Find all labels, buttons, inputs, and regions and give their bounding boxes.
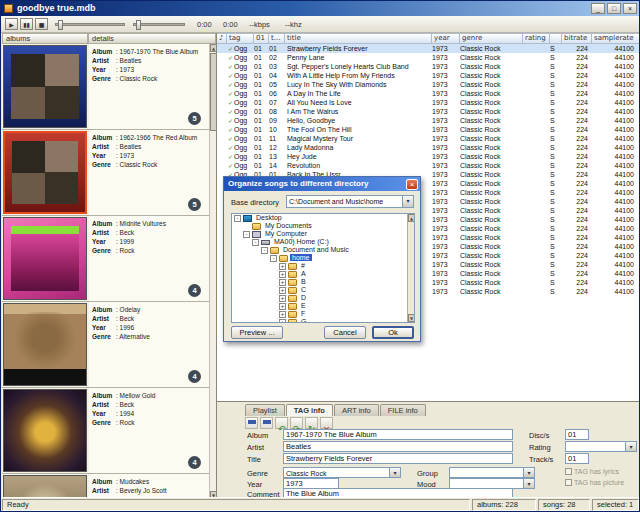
expand-toggle-icon[interactable]: + xyxy=(279,271,286,278)
volume-slider-thumb[interactable] xyxy=(136,20,141,30)
chevron-down-icon[interactable]: ▾ xyxy=(523,468,534,477)
undo-icon[interactable]: ↶ xyxy=(275,417,288,429)
column-header-2[interactable]: 01 xyxy=(254,33,269,44)
minimize-button[interactable]: _ xyxy=(591,3,605,14)
tree-scrollbar[interactable]: ▲ ▼ xyxy=(407,214,414,322)
expand-toggle-icon[interactable]: + xyxy=(279,303,286,310)
tab-playlist[interactable]: Playlist xyxy=(245,404,285,416)
seek-slider[interactable] xyxy=(55,23,125,26)
expand-toggle-icon[interactable]: - xyxy=(252,239,259,246)
album-list-item[interactable]: Album: 1962-1966 The Red AlbumArtist: Be… xyxy=(2,130,209,216)
maximize-button[interactable]: □ xyxy=(607,3,621,14)
table-row[interactable]: ✓Ogg0107All You Need Is Love1973Classic … xyxy=(217,98,640,107)
album-art[interactable] xyxy=(3,217,87,300)
genre-combobox[interactable]: Classic Rock ▾ xyxy=(283,467,401,478)
table-row[interactable]: ✓Ogg0108I Am The Walrus1973Classic RockS… xyxy=(217,107,640,116)
table-row[interactable]: ✓Ogg0114Revolution1973Classic RockS22444… xyxy=(217,161,640,170)
expand-toggle-icon[interactable]: - xyxy=(261,247,268,254)
cancel-button[interactable]: Cancel xyxy=(324,326,366,339)
table-row[interactable]: ✓Ogg0111Magical Mystery Tour1973Classic … xyxy=(217,134,640,143)
chevron-down-icon[interactable]: ▾ xyxy=(389,468,400,477)
play-button[interactable]: ▶ xyxy=(5,18,18,30)
table-row[interactable]: ✓Ogg0106A Day In The Life1973Classic Roc… xyxy=(217,89,640,98)
album-art[interactable] xyxy=(3,389,87,472)
expand-toggle-icon[interactable]: - xyxy=(270,255,277,262)
tree-item[interactable]: +G xyxy=(232,318,406,322)
group-combobox[interactable]: ▾ xyxy=(449,467,535,478)
expand-toggle-icon[interactable]: + xyxy=(279,279,286,286)
tree-item[interactable]: +E xyxy=(232,302,406,310)
column-header-8[interactable] xyxy=(550,33,562,44)
album-details[interactable]: Album: 1967-1970 The Blue AlbumArtist: B… xyxy=(89,44,209,129)
details-column-header[interactable]: details xyxy=(88,33,216,44)
rating-combobox[interactable]: ▾ xyxy=(565,441,637,452)
tree-item[interactable]: +B xyxy=(232,278,406,286)
expand-toggle-icon[interactable]: + xyxy=(279,295,286,302)
refresh-icon[interactable]: ↻ xyxy=(305,417,318,429)
tree-item[interactable]: My Documents xyxy=(232,222,406,230)
album-list-item[interactable]: Album: Mellow GoldArtist: BeckYear: 1994… xyxy=(2,388,209,474)
table-row[interactable]: ✓Ogg0112Lady Madonna1973Classic RockS224… xyxy=(217,143,640,152)
column-header-1[interactable]: tag xyxy=(227,33,254,44)
tree-item[interactable]: +A xyxy=(232,270,406,278)
expand-toggle-icon[interactable]: + xyxy=(279,263,286,270)
chevron-down-icon[interactable]: ▾ xyxy=(625,442,636,451)
title-field[interactable] xyxy=(283,453,513,464)
tree-item[interactable]: +D xyxy=(232,294,406,302)
tree-item[interactable]: +# xyxy=(232,262,406,270)
column-header-3[interactable]: t... xyxy=(269,33,285,44)
seek-slider-thumb[interactable] xyxy=(58,20,63,30)
close-button[interactable]: × xyxy=(623,3,637,14)
table-row[interactable]: ✓Ogg0102Penny Lane1973Classic RockS22444… xyxy=(217,53,640,62)
album-list-item[interactable]: Album: OdelayArtist: BeckYear: 1996Genre… xyxy=(2,302,209,388)
tab-art-info[interactable]: ART info xyxy=(334,404,379,416)
album-art[interactable] xyxy=(3,131,87,214)
tab-tag-info[interactable]: TAG info xyxy=(286,404,333,416)
albums-column-header[interactable]: albums xyxy=(2,33,88,44)
tab-file-info[interactable]: FILE info xyxy=(380,404,426,416)
save-icon[interactable] xyxy=(245,417,258,429)
column-header-9[interactable]: bitrate xyxy=(562,33,592,44)
album-details[interactable]: Album: 1962-1966 The Red AlbumArtist: Be… xyxy=(89,130,209,215)
table-row[interactable]: ✓Ogg0110The Fool On The Hill1973Classic … xyxy=(217,125,640,134)
album-list-item[interactable]: Album: Midnite VulturesArtist: BeckYear:… xyxy=(2,216,209,302)
chevron-down-icon[interactable]: ▾ xyxy=(523,479,534,488)
table-row[interactable]: ✓Ogg0105Lucy In The Sky With Diamonds197… xyxy=(217,80,640,89)
stop-button[interactable]: ■ xyxy=(35,18,48,30)
dialog-close-button[interactable]: × xyxy=(406,179,418,190)
column-header-0[interactable]: ♪ xyxy=(217,33,227,44)
tag-has-lyrics-checkbox[interactable]: TAG has lyrics xyxy=(565,468,619,475)
column-header-4[interactable]: title xyxy=(285,33,432,44)
expand-toggle-icon[interactable]: + xyxy=(279,287,286,294)
albums-scrollbar[interactable]: ▲ ▼ xyxy=(209,44,216,499)
tag-has-picture-checkbox[interactable]: TAG has picture xyxy=(565,479,624,486)
tree-item[interactable]: -home xyxy=(232,254,406,262)
album-art[interactable] xyxy=(3,45,87,128)
save-all-icon[interactable] xyxy=(260,417,273,429)
table-row[interactable]: ✓Ogg0109Hello, Goodbye1973Classic RockS2… xyxy=(217,116,640,125)
album-list-item[interactable]: Album: MudcakesArtist: Beverly Jo Scott5 xyxy=(2,474,209,499)
tree-item[interactable]: +C xyxy=(232,286,406,294)
album-field[interactable] xyxy=(283,429,513,440)
expand-toggle-icon[interactable]: - xyxy=(243,231,250,238)
tree-item[interactable]: -MA00) Home (C:) xyxy=(232,238,406,246)
tree-item[interactable]: -Document and Music xyxy=(232,246,406,254)
chevron-down-icon[interactable]: ▾ xyxy=(402,196,413,207)
redo-icon[interactable]: ↷ xyxy=(290,417,303,429)
expand-toggle-icon[interactable]: + xyxy=(279,319,286,322)
tracks-field[interactable] xyxy=(565,453,589,464)
pause-button[interactable]: ▮▮ xyxy=(20,18,33,30)
table-row[interactable]: ✓Ogg0104With A Little Help From My Frien… xyxy=(217,71,640,80)
album-details[interactable]: Album: Midnite VulturesArtist: BeckYear:… xyxy=(89,216,209,301)
base-directory-combobox[interactable]: C:\Document and Music\home ▾ xyxy=(286,195,414,208)
expand-toggle-icon[interactable]: - xyxy=(234,215,241,222)
album-list-item[interactable]: Album: 1967-1970 The Blue AlbumArtist: B… xyxy=(2,44,209,130)
table-row[interactable]: ✓Ogg0113Hey Jude1973Classic RockS2244410… xyxy=(217,152,640,161)
column-header-6[interactable]: genre xyxy=(460,33,523,44)
album-art[interactable] xyxy=(3,475,87,499)
expand-toggle-icon[interactable]: + xyxy=(279,311,286,318)
table-row[interactable]: ✓Ogg0103Sgt. Pepper's Lonely Hearts Club… xyxy=(217,62,640,71)
dialog-titlebar[interactable]: Organize songs to different directory × xyxy=(224,177,420,191)
discs-field[interactable] xyxy=(565,429,589,440)
tree-item[interactable]: -Desktop xyxy=(232,214,406,222)
